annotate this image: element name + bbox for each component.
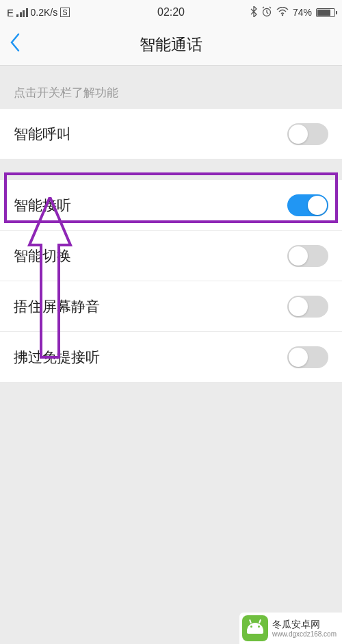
network-speed: 0.2K/s [31, 7, 58, 18]
status-bar: E 0.2K/s S 02:20 74% [0, 0, 342, 25]
setting-smart-answer[interactable]: 智能接听 [0, 180, 342, 231]
setting-label: 拂过免提接听 [14, 348, 100, 367]
section-hint: 点击开关栏了解功能 [0, 66, 342, 109]
alarm-icon [261, 6, 272, 19]
svg-point-1 [282, 14, 283, 15]
setting-smart-switch[interactable]: 智能切换 [0, 231, 342, 281]
setting-label: 智能呼叫 [14, 125, 71, 144]
status-left: E 0.2K/s S [7, 7, 70, 18]
setting-smart-call[interactable]: 智能呼叫 [0, 109, 342, 159]
toggle-wave-speaker[interactable] [287, 346, 328, 368]
toggle-cover-mute[interactable] [287, 296, 328, 318]
battery-icon [316, 8, 335, 17]
nav-header: 智能通话 [0, 25, 342, 66]
sim-indicator: S [60, 8, 69, 17]
network-type: E [7, 7, 14, 18]
back-button[interactable] [10, 33, 21, 57]
toggle-smart-answer[interactable] [287, 194, 328, 216]
toggle-smart-switch[interactable] [287, 245, 328, 267]
setting-label: 智能接听 [14, 196, 71, 215]
page-title: 智能通话 [0, 34, 342, 55]
watermark-name: 冬瓜安卓网 [272, 619, 337, 630]
setting-cover-mute[interactable]: 捂住屏幕静音 [0, 281, 342, 332]
setting-wave-speaker[interactable]: 拂过免提接听 [0, 332, 342, 383]
section-gap [0, 159, 342, 180]
bluetooth-icon [250, 6, 257, 19]
wifi-icon [276, 7, 289, 18]
setting-label: 捂住屏幕静音 [14, 297, 100, 316]
setting-label: 智能切换 [14, 246, 71, 266]
battery-percentage: 74% [293, 7, 312, 18]
status-right: 74% [250, 6, 335, 19]
watermark: 冬瓜安卓网 www.dgxcdz168.com [239, 613, 342, 644]
watermark-url: www.dgxcdz168.com [272, 630, 337, 638]
watermark-logo-icon [242, 615, 268, 641]
clock: 02:20 [157, 6, 185, 18]
toggle-smart-call[interactable] [287, 123, 328, 145]
signal-icon [16, 8, 28, 17]
